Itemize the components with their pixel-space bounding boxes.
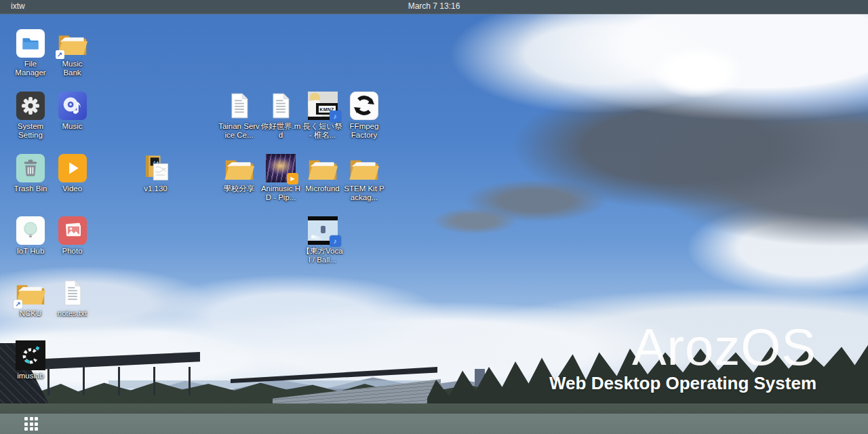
trash-bin-icon xyxy=(15,153,46,184)
video-icon xyxy=(57,153,88,184)
touhou-vocal-icon: ♪ xyxy=(307,215,338,246)
desktop-icon-video[interactable]: Video xyxy=(49,153,96,193)
desktop-icon-music-bank[interactable]: ↗ Music Bank xyxy=(49,28,96,77)
desktop-icon-microfund[interactable]: Microfund xyxy=(299,153,347,193)
iot-hub-icon xyxy=(15,215,46,246)
desktop-icon-imuslab[interactable]: imuslab xyxy=(7,340,54,380)
desktop-wallpaper: ArozOS Web Desktop Operating System File… xyxy=(0,14,868,434)
tainan-service-icon xyxy=(224,90,255,121)
ffmpeg-factory-icon xyxy=(349,90,380,121)
notes-txt-icon xyxy=(57,277,88,309)
stem-kit-icon xyxy=(349,153,380,184)
desktop-icon-music[interactable]: Music xyxy=(49,90,96,131)
top-bar: ixtw March 7 13:16 xyxy=(0,0,868,14)
desktop-icon-stem-kit[interactable]: STEM Kit P ackag... xyxy=(340,153,388,202)
desktop-icons: File Manager ↗ Music Bank System Setting… xyxy=(0,14,868,434)
shortcut-arrow-icon: ↗ xyxy=(14,300,22,309)
hello-world-md-icon xyxy=(265,90,296,121)
school-share-icon xyxy=(224,153,255,184)
nagaku-mijikai-icon: KMNZ♪ xyxy=(307,90,338,121)
desktop-icon-v1130[interactable]: v1.130 xyxy=(132,153,180,193)
desktop-icon-tainan-service[interactable]: Tainan Serv ice Ce... xyxy=(216,90,263,140)
v1130-icon xyxy=(140,153,172,184)
desktop-icon-touhou-vocal[interactable]: ♪ 【東方Voca l / Ball... xyxy=(299,215,347,264)
app-launcher-button[interactable] xyxy=(22,416,41,432)
microfund-icon xyxy=(307,153,338,184)
desktop-icon-nagaku-mijikai[interactable]: KMNZ♪ 長く短い祭 - 椎名... xyxy=(299,90,347,140)
ncku-icon: ↗ xyxy=(15,277,46,309)
desktop-icon-trash-bin[interactable]: Trash Bin xyxy=(7,153,54,193)
animusic-icon: ▶ xyxy=(265,153,296,184)
music-badge-icon: ♪ xyxy=(330,111,341,122)
system-setting-icon xyxy=(15,90,46,121)
app-grid-icon xyxy=(24,417,38,431)
desktop-icon-ffmpeg-factory[interactable]: FFmpeg Factory xyxy=(340,90,388,140)
desktop-icon-photo[interactable]: Photo xyxy=(49,215,96,256)
file-manager-icon xyxy=(15,28,46,59)
music-badge-icon: ♪ xyxy=(330,235,341,247)
play-badge-icon: ▶ xyxy=(287,173,298,184)
photo-icon xyxy=(57,215,88,246)
music-icon xyxy=(57,90,88,121)
imuslab-icon xyxy=(15,340,46,371)
desktop-icon-school-share[interactable]: 學校分享 xyxy=(216,153,263,193)
desktop-icon-iot-hub[interactable]: IoT Hub xyxy=(7,215,54,256)
desktop-icon-system-setting[interactable]: System Setting xyxy=(7,90,54,140)
desktop-icon-animusic[interactable]: ▶ Animusic H D - Pip... xyxy=(257,153,304,202)
desktop-icon-file-manager[interactable]: File Manager xyxy=(7,28,54,77)
desktop-icon-ncku[interactable]: ↗ NCKU xyxy=(7,277,54,318)
clock: March 7 13:16 xyxy=(0,1,868,11)
desktop-icon-notes-txt[interactable]: notes.txt xyxy=(49,277,96,318)
shortcut-arrow-icon: ↗ xyxy=(56,50,64,59)
launcher-bar xyxy=(0,414,868,434)
music-bank-icon: ↗ xyxy=(57,28,88,59)
desktop-icon-hello-world-md[interactable]: 你好世界.m d xyxy=(257,90,304,140)
